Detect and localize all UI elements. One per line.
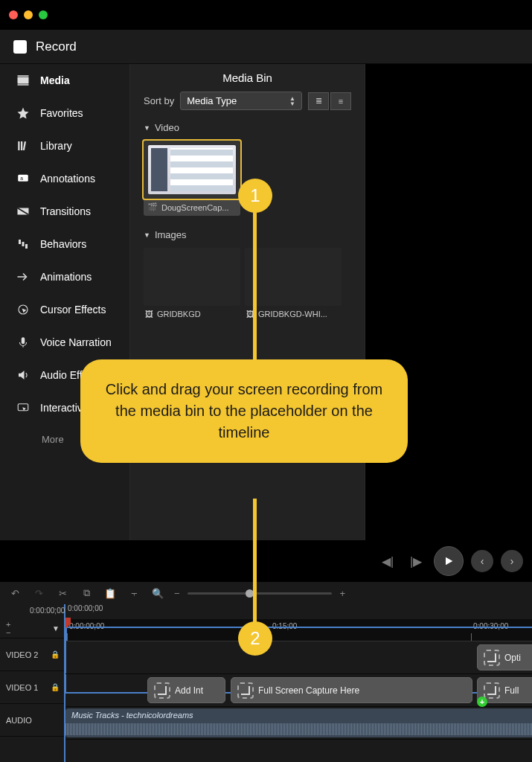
record-bar: Record [0, 30, 532, 64]
track-area: 0:00:00;00 0:00:00;00 0:15;00 0:00:30;00… [65, 604, 532, 762]
sidebar-item-animations[interactable]: Animations [0, 260, 129, 293]
playback-bar: ◀| |▶ ‹ › [0, 540, 532, 582]
lock-icon[interactable]: 🔒 [51, 683, 60, 691]
maximize-window-button[interactable] [39, 10, 48, 19]
media-item-gridbkgd-whi[interactable]: 🖼 GRIDBKGD-WHI... [245, 248, 342, 322]
zoom-search-icon: 🔍 [150, 588, 165, 599]
media-item-label: GRIDBKGD [157, 310, 201, 318]
window-chrome [0, 0, 532, 30]
next-button[interactable]: › [501, 550, 523, 572]
sort-dropdown[interactable]: Media Type ▲▼ [180, 92, 302, 110]
copy-button[interactable]: ⧉ [79, 587, 94, 599]
sidebar-item-cursor-effects[interactable]: Cursor Effects [0, 293, 129, 326]
prev-button[interactable]: ‹ [471, 550, 493, 572]
sidebar-item-label: Library [40, 140, 72, 152]
microphone-icon [16, 336, 30, 349]
track-header-video1[interactable]: VIDEO 1 🔒 [0, 671, 64, 704]
track-video2[interactable]: Opti [65, 641, 532, 674]
media-item-label: GRIDBKGD-WHI... [258, 310, 327, 318]
sidebar-item-transitions[interactable]: Transitions [0, 195, 129, 228]
cut-button[interactable]: ✂ [55, 588, 70, 599]
view-grid-button[interactable]: ≣ [308, 92, 329, 110]
clip-label: Full Screen Capture Here [258, 685, 359, 696]
track-header-audio[interactable]: AUDIO [0, 704, 64, 737]
placeholder-icon [154, 682, 170, 699]
step-back-button[interactable]: ◀| [377, 551, 398, 572]
undo-button[interactable]: ↶ [7, 588, 22, 599]
media-item-dougscreencap[interactable]: 🎬 DougScreenCap... [144, 141, 240, 216]
sidebar-item-label: Animations [40, 271, 92, 283]
clip-audio-music[interactable]: Music Tracks - technicolordreams [65, 708, 532, 737]
lock-icon[interactable]: 🔒 [51, 650, 60, 659]
sidebar: Media Favorites Library a Annotations Tr… [0, 64, 130, 540]
section-label: Images [155, 229, 187, 240]
sidebar-item-audio[interactable]: Audio Effects [0, 359, 129, 391]
video-section-header[interactable]: ▼ Video [130, 118, 365, 138]
track-video1[interactable]: Add Int Full Screen Capture Here + Full [65, 674, 532, 707]
svg-rect-3 [18, 141, 19, 150]
record-icon [13, 40, 27, 54]
sidebar-item-label: Transitions [40, 205, 91, 217]
media-item-gridbkgd[interactable]: 🖼 GRIDBKGD [144, 248, 240, 322]
sidebar-item-label: Annotations [40, 173, 95, 185]
play-button[interactable] [434, 546, 464, 576]
chevron-down-icon[interactable]: ▼ [52, 624, 60, 633]
sidebar-item-interactivity[interactable]: Interactivity [0, 391, 129, 424]
add-remove-track-buttons[interactable]: +− [6, 621, 10, 637]
view-list-button[interactable]: ≡ [330, 92, 351, 110]
sidebar-item-voice[interactable]: Voice Narration [0, 326, 129, 359]
timeline: 0:00:00;00 +− ▼ VIDEO 2 🔒 VIDEO 1 🔒 AUDI… [0, 604, 532, 762]
media-item-label: DougScreenCap... [161, 203, 229, 212]
clip-label: Opti [504, 653, 521, 663]
track-label: AUDIO [6, 716, 32, 725]
library-icon [16, 139, 30, 153]
clip-optional[interactable]: Opti [477, 644, 532, 670]
ruler-tick-label: 0:15;00 [272, 622, 297, 630]
redo-button[interactable]: ↷ [31, 588, 46, 599]
zoom-slider[interactable]: − + [174, 588, 345, 599]
zoom-out-button[interactable]: − [174, 588, 180, 599]
placeholder-icon [484, 650, 500, 666]
close-window-button[interactable] [9, 10, 18, 19]
image-file-icon: 🖼 [145, 310, 153, 318]
sidebar-item-label: Media [40, 74, 70, 86]
sidebar-item-behaviors[interactable]: Behaviors [0, 228, 129, 260]
clip-intro[interactable]: Add Int [147, 677, 225, 703]
svg-rect-2 [18, 84, 29, 86]
step-forward-button[interactable]: |▶ [406, 551, 426, 572]
minimize-window-button[interactable] [24, 10, 33, 19]
section-label: Video [155, 122, 179, 133]
star-icon [16, 106, 30, 120]
placeholder-icon [484, 682, 500, 699]
sort-label: Sort by [144, 95, 174, 106]
track-header-video2[interactable]: VIDEO 2 🔒 [0, 638, 64, 671]
sidebar-more-button[interactable]: More [0, 424, 129, 455]
timeline-toolbar: ↶ ↷ ✂ ⧉ 📋 ⫟ 🔍 − + [0, 582, 532, 604]
behaviors-icon [16, 237, 30, 251]
image-file-icon: 🖼 [246, 310, 254, 318]
clip-full-screen-capture[interactable]: Full Screen Capture Here + [231, 677, 472, 703]
add-marker-icon[interactable]: + [477, 697, 487, 707]
svg-rect-4 [21, 141, 22, 150]
split-button[interactable]: ⫟ [126, 588, 141, 599]
ruler-tick-label: 0:00:00;00 [69, 622, 104, 630]
timeline-ruler[interactable]: 0:00:00;00 0:00:00;00 0:15;00 0:00:30;00 [65, 619, 532, 641]
svg-rect-1 [18, 75, 29, 77]
media-bin-title: Media Bin [130, 64, 365, 92]
zoom-in-button[interactable]: + [339, 588, 345, 599]
svg-rect-11 [25, 244, 28, 249]
record-button-label[interactable]: Record [36, 39, 77, 54]
sidebar-item-favorites[interactable]: Favorites [0, 97, 129, 129]
track-audio[interactable]: Music Tracks - technicolordreams [65, 707, 532, 740]
images-section-header[interactable]: ▼ Images [130, 225, 365, 245]
speaker-icon [16, 368, 30, 382]
sidebar-item-media[interactable]: Media [0, 64, 129, 97]
sidebar-item-library[interactable]: Library [0, 129, 129, 162]
paste-button[interactable]: 📋 [103, 588, 118, 599]
sidebar-item-annotations[interactable]: a Annotations [0, 162, 129, 195]
clip-label: Full [504, 685, 519, 696]
clip-label: Add Int [175, 685, 203, 696]
triangle-down-icon: ▼ [144, 124, 150, 132]
playhead[interactable]: 0:00:00;00 [65, 619, 67, 641]
ruler-tick-label: 0:00:30;00 [473, 622, 508, 630]
